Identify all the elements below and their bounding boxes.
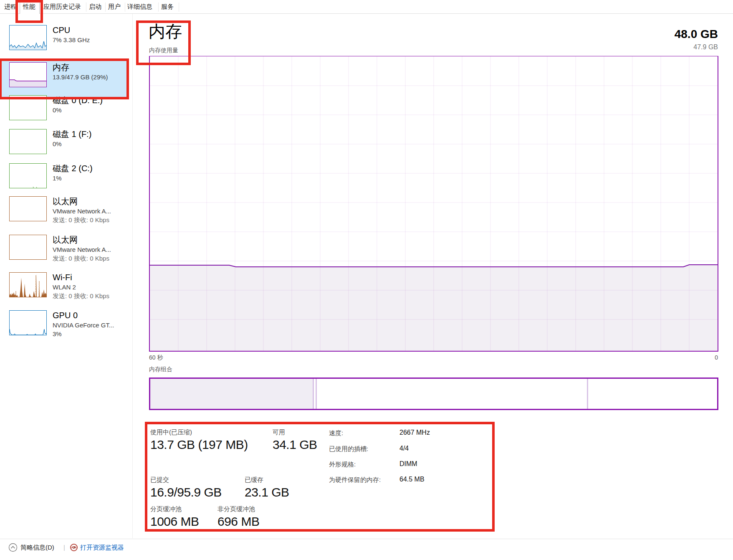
stat-paged-pool-label: 分页缓冲池	[150, 505, 182, 513]
sidebar-item-title: 以太网	[53, 234, 126, 245]
disk2-graph-thumbnail	[9, 163, 47, 188]
composition-in-use-segment	[150, 379, 313, 409]
tab-app-history[interactable]: 应用历史记录	[43, 3, 81, 11]
sidebar-item-memory[interactable]: 内存 13.9/47.9 GB (29%)	[0, 59, 126, 98]
detail-reserved-value: 64.5 MB	[399, 476, 425, 483]
tab-bar: 进程 性能 应用历史记录 启动 用户 详细信息 服务	[0, 0, 733, 14]
gpu-graph-thumbnail	[9, 310, 47, 335]
detail-speed-value: 2667 MHz	[399, 429, 430, 436]
footer-separator: |	[63, 544, 65, 551]
summary-view-label: 简略信息(D)	[20, 544, 54, 552]
stat-in-use-label: 使用中(已压缩)	[150, 428, 192, 436]
stat-cached-label: 已缓存	[245, 476, 263, 484]
tab-separator	[86, 3, 86, 12]
disk1-graph-thumbnail	[9, 129, 47, 154]
composition-divider	[587, 379, 588, 409]
memory-composition-label: 内存组合	[149, 366, 172, 373]
detail-form-factor-value: DIMM	[399, 460, 417, 468]
sidebar-item-disk2[interactable]: 磁盘 2 (C:) 1%	[0, 162, 126, 196]
tab-separator	[105, 3, 106, 12]
sidebar-item-gpu[interactable]: GPU 0 NVIDIA GeForce GT... 3%	[0, 309, 126, 347]
sidebar-item-throughput: 发送: 0 接收: 0 Kbps	[53, 291, 126, 300]
sidebar-item-subtitle: 0%	[53, 106, 126, 114]
performance-sidebar: CPU 7% 3.38 GHz 内存 13.9/47.9 GB (29%) 磁盘…	[0, 14, 132, 538]
summary-view-toggle[interactable]: 简略信息(D)	[8, 542, 54, 552]
panel-separator	[132, 14, 133, 538]
stat-committed-value: 16.9/95.9 GB	[150, 485, 222, 499]
total-memory-value: 48.0 GB	[593, 28, 718, 41]
tab-services[interactable]: 服务	[161, 3, 174, 11]
sidebar-item-subtitle: 7% 3.38 GHz	[53, 35, 126, 44]
detail-speed-label: 速度:	[329, 429, 343, 437]
open-resource-monitor-link[interactable]: 打开资源监视器	[70, 542, 124, 552]
sidebar-item-disk0[interactable]: 磁盘 0 (D: E:) 0%	[0, 94, 126, 128]
open-resource-monitor-label: 打开资源监视器	[80, 544, 124, 552]
stat-nonpaged-pool-value: 696 MB	[217, 514, 259, 529]
composition-divider	[313, 379, 314, 409]
ethernet1-graph-thumbnail	[9, 235, 47, 260]
sidebar-item-ethernet1[interactable]: 以太网 VMware Network A... 发送: 0 接收: 0 Kbps	[0, 234, 126, 271]
stat-nonpaged-pool-label: 非分页缓冲池	[217, 505, 255, 513]
stat-available-value: 34.1 GB	[273, 438, 317, 452]
sidebar-item-title: 磁盘 2 (C:)	[53, 163, 126, 174]
sidebar-item-subtitle: 1%	[53, 174, 126, 182]
sidebar-item-title: 磁盘 1 (F:)	[53, 129, 126, 139]
sidebar-item-subtitle: VMware Network A...	[53, 207, 126, 215]
detail-reserved-label: 为硬件保留的内存:	[329, 476, 381, 484]
sidebar-item-title: GPU 0	[53, 310, 126, 321]
sidebar-item-ethernet0[interactable]: 以太网 VMware Network A... 发送: 0 接收: 0 Kbps	[0, 195, 126, 233]
sidebar-item-title: Wi-Fi	[53, 272, 126, 283]
sidebar-item-cpu[interactable]: CPU 7% 3.38 GHz	[0, 24, 126, 58]
resource-monitor-icon	[70, 544, 78, 551]
tab-separator	[125, 3, 125, 12]
memory-composition-bar	[149, 378, 718, 410]
sidebar-item-throughput: 发送: 0 接收: 0 Kbps	[53, 215, 126, 224]
stat-available-label: 可用	[273, 428, 285, 436]
stat-committed-label: 已提交	[150, 476, 169, 484]
sidebar-item-subtitle: 0%	[53, 139, 126, 148]
stat-cached-value: 23.1 GB	[245, 485, 289, 499]
tab-users[interactable]: 用户	[108, 3, 121, 11]
tab-separator	[158, 3, 159, 12]
detail-slots-value: 4/4	[399, 445, 409, 452]
sidebar-item-wifi[interactable]: Wi-Fi WLAN 2 发送: 0 接收: 0 Kbps	[0, 271, 126, 309]
stat-paged-pool-value: 1006 MB	[150, 514, 199, 529]
memory-usage-chart-label: 内存使用量	[149, 47, 178, 54]
sidebar-item-title: 内存	[53, 62, 126, 73]
sidebar-item-subtitle: VMware Network A...	[53, 245, 126, 254]
page-title: 内存	[149, 20, 182, 43]
sidebar-item-usage: 3%	[53, 329, 126, 338]
chevron-up-circle-icon	[8, 543, 18, 552]
memory-usage-chart	[149, 56, 718, 352]
sidebar-item-subtitle: WLAN 2	[53, 283, 126, 291]
memory-usage-graph	[150, 56, 718, 351]
sidebar-item-disk1[interactable]: 磁盘 1 (F:) 0%	[0, 128, 126, 162]
tab-performance[interactable]: 性能	[23, 3, 35, 11]
sidebar-item-title: CPU	[53, 25, 126, 35]
sidebar-item-throughput: 发送: 0 接收: 0 Kbps	[53, 254, 126, 263]
tab-separator	[41, 3, 42, 12]
wifi-graph-thumbnail	[9, 272, 47, 297]
detail-slots-label: 已使用的插槽:	[329, 445, 368, 453]
sidebar-item-subtitle: NVIDIA GeForce GT...	[53, 321, 126, 329]
detail-form-factor-label: 外形规格:	[329, 461, 356, 469]
memory-graph-thumbnail	[9, 62, 47, 87]
sidebar-item-title: 磁盘 0 (D: E:)	[53, 95, 126, 106]
disk0-graph-thumbnail	[9, 95, 47, 120]
chart-axis-left-label: 60 秒	[149, 354, 163, 362]
composition-divider	[316, 379, 317, 409]
sidebar-item-title: 以太网	[53, 196, 126, 207]
tab-startup[interactable]: 启动	[89, 3, 101, 11]
stat-in-use-value: 13.7 GB (197 MB)	[150, 438, 248, 452]
ethernet0-graph-thumbnail	[9, 196, 47, 221]
footer-bar: 简略信息(D) | 打开资源监视器	[0, 539, 733, 560]
cpu-graph-thumbnail	[9, 25, 47, 50]
tab-processes[interactable]: 进程	[4, 3, 17, 11]
chart-axis-right-label: 0	[676, 354, 718, 361]
sidebar-item-subtitle: 13.9/47.9 GB (29%)	[53, 73, 126, 81]
tab-separator	[179, 3, 179, 12]
tab-details[interactable]: 详细信息	[127, 3, 152, 11]
chart-max-value: 47.9 GB	[593, 43, 718, 51]
